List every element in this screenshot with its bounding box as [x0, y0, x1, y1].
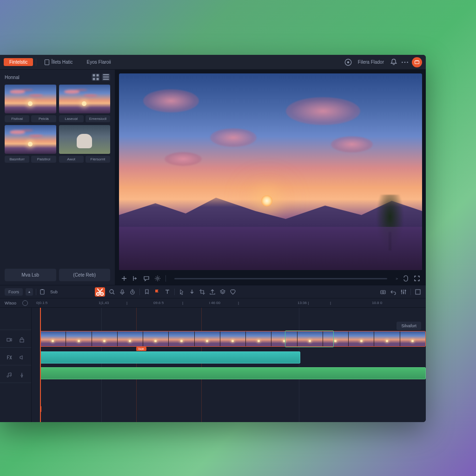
svg-point-3 [404, 61, 406, 63]
media-thumbnail[interactable] [59, 125, 111, 154]
app-window: Fintelstic Îllets Hatic Eyos Flaroii Fil… [0, 55, 426, 422]
fx-icon[interactable] [7, 354, 12, 359]
preview-image [119, 73, 422, 270]
media-item: Fistival Peiclá [5, 85, 56, 122]
mute-icon[interactable] [19, 354, 25, 359]
thumb-label[interactable]: Laseoɔl [59, 115, 84, 122]
media-thumbnail[interactable] [59, 85, 111, 113]
divider [36, 59, 36, 66]
preview-controls: > [115, 272, 426, 285]
svg-rect-9 [97, 78, 99, 80]
crop-icon[interactable] [199, 289, 205, 295]
thumb-label[interactable]: Basmforr [5, 156, 29, 163]
svg-point-18 [110, 290, 113, 293]
audio-clip-1[interactable] [40, 351, 300, 364]
thumb-label[interactable]: Fistival [5, 115, 29, 122]
cut-tool-icon[interactable] [95, 287, 105, 297]
pin-icon[interactable] [19, 371, 25, 377]
svg-point-1 [347, 61, 350, 63]
timer-icon[interactable] [129, 289, 136, 295]
mark-in-icon[interactable] [132, 275, 139, 282]
thumb-label[interactable]: Emensiodl [86, 115, 110, 122]
layers-icon[interactable] [219, 289, 226, 295]
more-icon[interactable] [401, 58, 409, 66]
tracks-content[interactable]: Silvafort bon [32, 308, 426, 422]
media-thumbnail[interactable] [5, 85, 56, 113]
tab-3[interactable]: Eyos Flaroii [81, 58, 117, 66]
marker-icon[interactable] [144, 289, 150, 295]
down-icon[interactable] [189, 289, 195, 295]
media-item: Awot Fiersornt [59, 125, 111, 163]
add-icon[interactable] [121, 275, 127, 282]
fullscreen-icon[interactable] [414, 275, 420, 282]
grid-view-icon[interactable] [92, 73, 100, 81]
avatar[interactable] [412, 57, 422, 67]
svg-rect-19 [121, 290, 123, 293]
thumb-label[interactable]: Peiclá [31, 115, 56, 122]
expand-icon[interactable] [415, 289, 421, 295]
flag-icon[interactable] [154, 289, 160, 295]
music-icon[interactable] [7, 371, 12, 377]
list-view-icon[interactable] [102, 73, 110, 81]
search-icon[interactable] [109, 289, 115, 295]
audio-clip-2[interactable] [40, 367, 426, 379]
bell-icon[interactable] [390, 58, 398, 66]
timeline-ruler[interactable]: Wisoo 0|0.1:5 1|1,43 | 09.6 5 | i 46 00 … [0, 298, 426, 308]
ruler-track-label: Wisoo [5, 301, 16, 305]
svg-point-22 [382, 291, 384, 293]
timeline-area: Foors ▴ Sub [0, 285, 426, 422]
ruler-mark: 1|1,43 [99, 301, 109, 305]
track-header-audio2 [0, 365, 31, 383]
svg-point-24 [403, 292, 404, 293]
timeline-toolbar: Foors ▴ Sub [0, 285, 426, 298]
media-grid: Fistival Peiclá Laseoɔl Emensiodl Basmfo… [5, 85, 110, 163]
svg-rect-8 [93, 78, 95, 80]
thumb-label[interactable]: Awot [59, 156, 84, 163]
heart-icon[interactable] [230, 289, 236, 295]
ruler-mark: | [126, 301, 127, 305]
clip-selection[interactable] [285, 331, 334, 347]
comment-icon[interactable] [143, 275, 150, 282]
target-icon[interactable] [344, 58, 352, 66]
snapshot-button[interactable]: Silvafort [397, 322, 421, 330]
ruler-mark: i 46 00 [209, 301, 220, 305]
playhead[interactable] [40, 308, 41, 422]
tl-label-btn[interactable]: Foors [5, 288, 23, 296]
ruler-info-icon[interactable] [22, 300, 28, 306]
svg-point-16 [97, 292, 99, 295]
tab-active[interactable]: Fintelstic [4, 58, 33, 66]
top-right-label: Filera Flador [358, 60, 384, 65]
loop-icon[interactable] [403, 275, 409, 282]
media-panel: Honnal Fistival Peiclá [0, 70, 115, 285]
video-track-icon[interactable] [7, 336, 12, 342]
media-btn-right[interactable]: (Cete Reb) [59, 269, 111, 281]
clipboard-icon[interactable] [39, 289, 46, 295]
undo-icon[interactable] [390, 289, 397, 295]
pointer-icon[interactable] [178, 289, 185, 295]
main-row: Honnal Fistival Peiclá [0, 70, 426, 285]
progress-text: > [396, 277, 398, 281]
text-icon[interactable] [164, 289, 171, 295]
svg-rect-10 [103, 74, 109, 75]
sliders-icon[interactable] [400, 289, 407, 295]
progress-bar[interactable] [174, 278, 387, 279]
mic-icon[interactable] [119, 289, 126, 295]
svg-rect-11 [103, 76, 109, 77]
clip-marker[interactable]: bon [136, 347, 146, 351]
ruler-mark: | [238, 301, 239, 305]
file-icon [45, 60, 49, 65]
chevron-up-icon[interactable]: ▴ [26, 288, 33, 296]
video-clip[interactable] [40, 331, 426, 347]
media-thumbnail[interactable] [5, 125, 56, 154]
ruler-mark: 10.8 0 [372, 301, 382, 305]
svg-point-23 [401, 290, 403, 291]
preview-viewport[interactable] [119, 73, 422, 270]
settings-icon[interactable] [154, 275, 161, 282]
media-btn-left[interactable]: Mva Lsb [5, 269, 56, 281]
lock-icon[interactable] [19, 336, 25, 342]
thumb-label[interactable]: Fiersornt [86, 156, 110, 163]
thumb-label[interactable]: Paistlrol [31, 156, 56, 163]
camera-icon[interactable] [380, 289, 386, 295]
export-icon[interactable] [209, 289, 216, 295]
tab-2[interactable]: Îllets Hatic [39, 58, 78, 66]
